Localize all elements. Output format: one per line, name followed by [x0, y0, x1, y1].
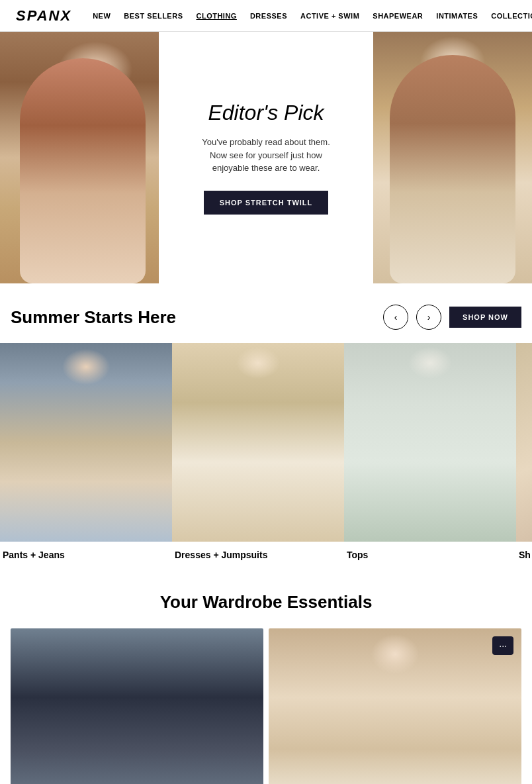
hero-image-right — [373, 32, 532, 283]
summer-header: Summer Starts Here ‹ › SHOP NOW — [0, 305, 532, 343]
wardrobe-title: Your Wardrobe Essentials — [11, 592, 521, 612]
wardrobe-image-2[interactable]: ··· — [269, 628, 521, 784]
nav-dresses[interactable]: DRESSES — [250, 12, 287, 20]
nav-intimates[interactable]: INTIMATES — [436, 12, 478, 20]
category-label-shorts: Sh — [516, 542, 532, 560]
category-label-pants: Pants + Jeans — [0, 542, 172, 560]
summer-title: Summer Starts Here — [11, 307, 176, 328]
brand-logo[interactable]: SPANX — [16, 7, 71, 24]
nav-active-swim[interactable]: ACTIVE + SWIM — [300, 12, 359, 20]
wardrobe-section: Your Wardrobe Essentials ··· — [0, 560, 532, 784]
category-label-tops: Tops — [344, 542, 516, 560]
category-pants-jeans[interactable]: Pants + Jeans — [0, 343, 172, 560]
prev-arrow-button[interactable]: ‹ — [383, 305, 408, 330]
nav-clothing[interactable]: CLOTHING — [196, 12, 236, 20]
summer-section: Summer Starts Here ‹ › SHOP NOW Pants + … — [0, 283, 532, 560]
category-grid: Pants + Jeans Dresses + Jumpsuits Tops S… — [0, 343, 532, 560]
nav-links: NEW BEST SELLERS CLOTHING DRESSES ACTIVE… — [93, 12, 532, 20]
wardrobe-grid: ··· — [11, 628, 521, 784]
nav-best-sellers[interactable]: BEST SELLERS — [124, 12, 183, 20]
shop-stretch-twill-button[interactable]: SHOP STRETCH TWILL — [204, 191, 329, 215]
category-label-dresses: Dresses + Jumpsuits — [172, 542, 344, 560]
chat-bubble[interactable]: ··· — [492, 636, 513, 655]
hero-center: Editor's Pick You've probably read about… — [159, 32, 373, 283]
next-arrow-button[interactable]: › — [416, 305, 441, 330]
hero-image-left — [0, 32, 159, 283]
summer-controls: ‹ › SHOP NOW — [383, 305, 521, 330]
hero-title: Editor's Pick — [208, 101, 324, 125]
category-dresses-jumpsuits[interactable]: Dresses + Jumpsuits — [172, 343, 344, 560]
shop-now-button[interactable]: SHOP NOW — [449, 307, 521, 328]
nav-collections[interactable]: COLLECTIONS — [491, 12, 532, 20]
hero-subtitle: You've probably read about them. Now see… — [193, 136, 339, 175]
category-tops[interactable]: Tops — [344, 343, 516, 560]
nav-shapewear[interactable]: SHAPEWEAR — [373, 12, 423, 20]
hero-section: Editor's Pick You've probably read about… — [0, 32, 532, 283]
wardrobe-image-1[interactable] — [11, 628, 263, 784]
navigation: SPANX NEW BEST SELLERS CLOTHING DRESSES … — [0, 0, 532, 32]
category-shorts[interactable]: Sh — [516, 343, 532, 560]
nav-new[interactable]: NEW — [93, 12, 111, 20]
